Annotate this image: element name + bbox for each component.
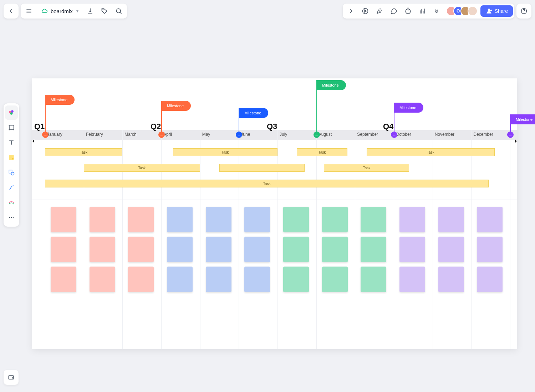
milestone-label: Milestone (510, 114, 535, 124)
svg-point-7 (10, 112, 13, 115)
expand-button[interactable] (344, 4, 358, 18)
month-label: February (86, 132, 103, 137)
sticky-card[interactable] (244, 237, 270, 262)
sticky-card[interactable] (51, 267, 76, 292)
svg-rect-8 (9, 155, 14, 160)
share-label: Share (495, 8, 508, 14)
sticky-card[interactable] (90, 207, 115, 232)
sticky-card[interactable] (167, 267, 193, 292)
month-divider (161, 130, 162, 349)
sticky-card[interactable] (438, 267, 464, 292)
sticky-card[interactable] (477, 237, 503, 262)
canvas-board[interactable]: JanuaryFebruaryMarchAprilMayJuneJulyAugu… (32, 78, 517, 349)
sticky-card[interactable] (438, 207, 464, 232)
vote-button[interactable] (416, 4, 429, 18)
help-button[interactable] (516, 4, 531, 19)
milestone-node: — (42, 131, 49, 138)
back-button[interactable] (4, 4, 19, 19)
sticky-card[interactable] (283, 267, 309, 292)
quarter-label: Q1 (34, 122, 45, 131)
sticky-card[interactable] (90, 237, 115, 262)
comment-button[interactable] (387, 4, 401, 18)
sticky-card[interactable] (167, 237, 193, 262)
month-divider (84, 130, 84, 349)
section-divider (32, 200, 517, 200)
document-title: boardmix (51, 8, 73, 14)
quarter-label: Q2 (151, 122, 161, 131)
sticky-card[interactable] (283, 207, 309, 232)
share-button[interactable]: Share (480, 5, 513, 17)
month-divider (277, 130, 278, 349)
gantt-task[interactable]: Task (367, 148, 495, 156)
more-apps-button[interactable] (430, 4, 443, 18)
pen-tool[interactable] (5, 195, 18, 210)
sticky-card[interactable] (361, 207, 386, 232)
sticky-card[interactable] (399, 237, 425, 262)
gantt-task[interactable]: Task (297, 148, 347, 156)
svg-point-15 (12, 378, 13, 379)
month-label: August (319, 132, 332, 137)
celebrate-button[interactable] (373, 4, 386, 18)
month-label: June (241, 132, 250, 137)
month-divider (471, 130, 472, 349)
sticky-card[interactable] (477, 207, 503, 232)
document-title-dropdown[interactable]: boardmix ▾ (36, 7, 83, 15)
timer-button[interactable] (401, 4, 415, 18)
sticky-card[interactable] (283, 237, 309, 262)
sticky-card[interactable] (167, 207, 193, 232)
sticky-card[interactable] (206, 267, 231, 292)
frame-tool[interactable] (5, 120, 18, 135)
gantt-task[interactable]: Task (45, 148, 122, 156)
sticky-card[interactable] (361, 237, 386, 262)
select-tool[interactable] (5, 105, 18, 120)
sticky-card[interactable] (322, 207, 348, 232)
gantt-task[interactable]: Task (84, 164, 200, 172)
milestone-node: — (507, 131, 514, 138)
month-divider (433, 130, 433, 349)
search-button[interactable] (112, 4, 126, 18)
month-divider (394, 130, 394, 349)
sticky-card[interactable] (51, 237, 76, 262)
month-label: September (357, 132, 378, 137)
sticky-card[interactable] (51, 207, 76, 232)
tag-button[interactable] (98, 4, 111, 18)
month-divider (510, 130, 510, 349)
sticky-card[interactable] (361, 267, 386, 292)
gantt-task[interactable] (219, 164, 305, 172)
gantt-task[interactable]: Task (324, 164, 409, 172)
sticky-card[interactable] (322, 267, 348, 292)
sticky-card[interactable] (128, 237, 154, 262)
minimap-button[interactable] (4, 370, 19, 385)
sticky-card[interactable] (206, 207, 231, 232)
milestone-label: Milestone (316, 80, 346, 90)
month-label: March (124, 132, 136, 137)
menu-button[interactable] (22, 4, 36, 18)
sticky-card[interactable] (438, 237, 464, 262)
month-label: January (47, 132, 62, 137)
more-tools[interactable] (5, 210, 18, 225)
sticky-card[interactable] (128, 267, 154, 292)
shape-tool[interactable] (5, 165, 18, 180)
sticky-card[interactable] (399, 207, 425, 232)
milestone-label: Milestone (394, 103, 423, 113)
present-button[interactable] (358, 4, 372, 18)
download-button[interactable] (83, 4, 97, 18)
sticky-note-tool[interactable] (5, 150, 18, 165)
connector-tool[interactable] (5, 180, 18, 195)
sticky-card[interactable] (322, 237, 348, 262)
sticky-card[interactable] (477, 267, 503, 292)
sticky-card[interactable] (399, 267, 425, 292)
sticky-card[interactable] (244, 207, 270, 232)
collaborator-avatars[interactable]: O (444, 6, 480, 16)
sticky-card[interactable] (206, 237, 231, 262)
milestone-label: Milestone (45, 95, 75, 105)
sticky-card[interactable] (244, 267, 270, 292)
gantt-task[interactable]: Task (173, 148, 277, 156)
sticky-card[interactable] (90, 267, 115, 292)
text-tool[interactable] (5, 135, 18, 150)
sticky-card[interactable] (128, 207, 154, 232)
month-divider (200, 130, 200, 349)
month-divider (239, 130, 239, 349)
gantt-task[interactable]: Task (45, 180, 489, 187)
svg-point-12 (11, 217, 12, 218)
